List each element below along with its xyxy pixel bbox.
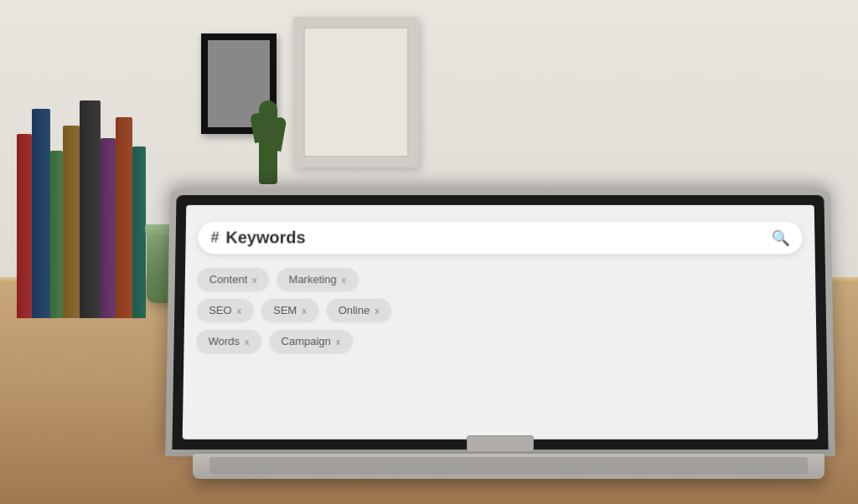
laptop-bezel: # Keywords 🔍 Content x xyxy=(172,195,828,450)
book-4 xyxy=(63,126,80,318)
tag-close-icon[interactable]: x xyxy=(245,337,250,347)
tags-row-2: Words x Campaign x xyxy=(196,330,804,352)
tag-online[interactable]: Online x xyxy=(327,299,391,321)
book-1 xyxy=(17,134,32,318)
laptop-display: # Keywords 🔍 Content x xyxy=(183,205,819,440)
cactus-decoration xyxy=(256,84,281,184)
tag-close-icon[interactable]: x xyxy=(237,306,242,316)
tag-close-icon[interactable]: x xyxy=(375,306,380,316)
book-6 xyxy=(101,138,116,318)
tag-label: Content xyxy=(209,273,248,285)
search-input-label: Keywords xyxy=(225,229,764,248)
screen-content: # Keywords 🔍 Content x xyxy=(183,205,819,440)
book-7 xyxy=(116,117,132,318)
laptop-base xyxy=(193,454,824,479)
cactus-body xyxy=(259,100,277,184)
tag-words[interactable]: Words x xyxy=(196,330,261,352)
laptop-keyboard xyxy=(209,457,808,474)
book-2 xyxy=(32,109,50,318)
frame-mat xyxy=(303,27,409,157)
laptop-touchpad xyxy=(467,435,534,452)
tag-campaign[interactable]: Campaign x xyxy=(269,330,352,352)
tag-sem[interactable]: SEM x xyxy=(261,299,318,321)
tag-close-icon[interactable]: x xyxy=(252,275,257,285)
tags-row-1: SEO x SEM x Online x xyxy=(197,299,804,321)
large-picture-frame xyxy=(293,17,419,167)
tag-label: Words xyxy=(209,335,240,347)
book-8 xyxy=(132,147,146,318)
tag-label: Online xyxy=(339,304,370,316)
book-5 xyxy=(80,100,101,318)
tag-close-icon[interactable]: x xyxy=(336,337,341,347)
tags-row-0: Content x Marketing x xyxy=(198,268,804,291)
tag-seo[interactable]: SEO x xyxy=(197,299,253,321)
tag-content[interactable]: Content x xyxy=(198,268,269,291)
search-bar[interactable]: # Keywords 🔍 xyxy=(198,222,802,255)
tag-close-icon[interactable]: x xyxy=(302,306,307,316)
hash-icon: # xyxy=(210,229,219,247)
scene: # Keywords 🔍 Content x xyxy=(0,0,858,504)
laptop-screen-outer: # Keywords 🔍 Content x xyxy=(165,188,835,456)
tag-label: Marketing xyxy=(289,273,337,285)
tag-label: Campaign xyxy=(281,335,330,347)
tags-area: Content x Marketing x xyxy=(196,264,804,357)
tag-label: SEM xyxy=(273,304,297,316)
tag-label: SEO xyxy=(209,304,232,316)
search-icon[interactable]: 🔍 xyxy=(771,229,789,247)
tag-close-icon[interactable]: x xyxy=(341,275,346,285)
book-3 xyxy=(50,151,63,318)
tag-marketing[interactable]: Marketing x xyxy=(277,268,358,291)
